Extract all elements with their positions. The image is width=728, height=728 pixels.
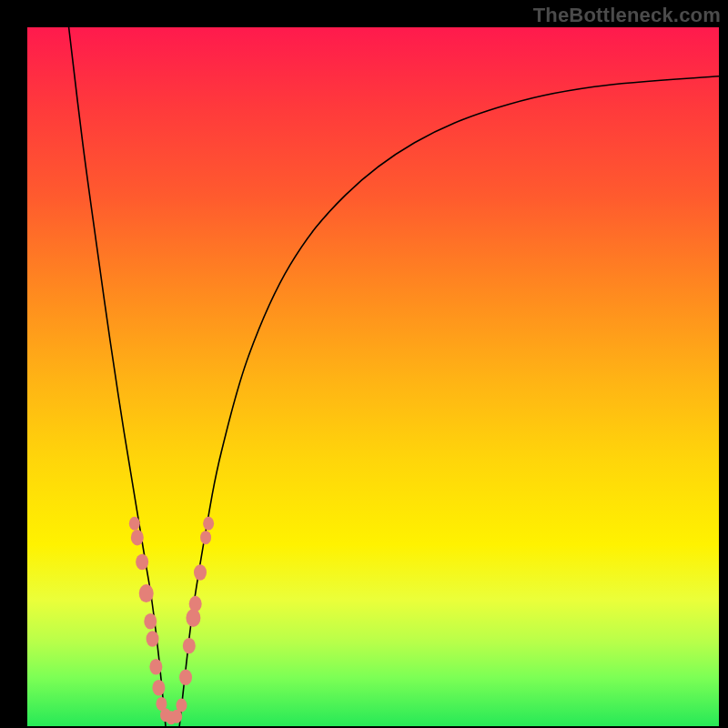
- bead-6: [149, 659, 162, 675]
- bead-19: [203, 517, 214, 531]
- chart-svg: [0, 0, 728, 728]
- bead-18: [200, 531, 211, 544]
- bead-2: [136, 554, 148, 571]
- bead-13: [179, 669, 192, 685]
- bead-7: [152, 680, 165, 696]
- bead-5: [147, 631, 159, 647]
- bead-14: [183, 638, 196, 654]
- bead-12: [176, 698, 187, 712]
- bead-3: [139, 584, 154, 602]
- bead-15: [186, 609, 200, 627]
- curve-right-branch: [179, 76, 719, 726]
- bead-16: [189, 596, 202, 612]
- chart-frame: TheBottleneck.com: [0, 0, 728, 728]
- bead-1: [131, 530, 144, 546]
- bead-4: [144, 613, 157, 630]
- bead-17: [194, 564, 207, 581]
- bead-0: [129, 517, 140, 531]
